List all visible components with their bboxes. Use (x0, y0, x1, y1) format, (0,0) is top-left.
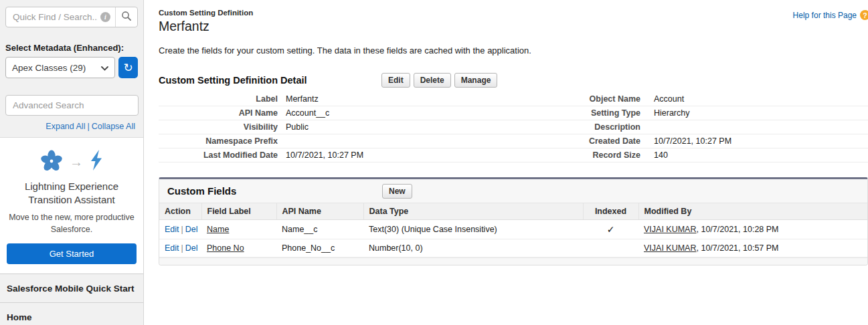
detail-label: Created Date (509, 136, 640, 146)
detail-value: 140 (640, 150, 868, 160)
lx-title-line1: Lightning Experience (7, 180, 137, 193)
detail-label: Record Size (509, 150, 640, 160)
info-icon: i (100, 12, 110, 22)
manage-button[interactable]: Manage (454, 73, 498, 88)
metadata-select[interactable]: Apex Classes (29) (5, 57, 115, 78)
col-action: Action (159, 203, 201, 220)
lightning-transition-panel: → Lightning Experience Transition Assist… (0, 137, 143, 274)
data-type-cell: Number(10, 0) (363, 239, 583, 257)
detail-value: 10/7/2021, 10:27 PM (640, 136, 868, 146)
row-del-link[interactable]: Del (185, 225, 198, 234)
advanced-search-input[interactable] (5, 95, 139, 116)
detail-value: Hierarchy (640, 108, 868, 118)
col-api-name: API Name (276, 203, 363, 220)
col-indexed: Indexed (583, 203, 638, 220)
api-name-cell: Phone_No__c (276, 239, 363, 257)
field-label-link[interactable]: Name (207, 225, 229, 234)
help-icon[interactable]: ? (860, 10, 868, 20)
detail-label: Description (509, 122, 640, 132)
main-content: Custom Setting Definition Merfantz Help … (145, 0, 868, 325)
col-modified-by: Modified By (638, 203, 867, 220)
detail-row: API Name Account__c Setting Type Hierarc… (159, 106, 868, 120)
detail-label: Last Modified Date (159, 150, 278, 160)
links-separator: | (85, 122, 91, 131)
lightning-bolt-icon (89, 150, 104, 174)
custom-fields-panel: Custom Fields New Action Field Label API… (159, 177, 868, 265)
detail-row: Last Modified Date 10/7/2021, 10:27 PM R… (159, 148, 868, 162)
detail-value: Account (640, 94, 868, 104)
search-button[interactable] (115, 7, 137, 27)
collapse-all-link[interactable]: Collapse All (92, 122, 135, 131)
modified-by-user-link[interactable]: VIJAI KUMAR (644, 243, 697, 253)
edit-button[interactable]: Edit (381, 73, 410, 88)
lx-subtitle: Move to the new, more productive Salesfo… (7, 211, 137, 235)
table-row: Edit|Del Name Name__c Text(30) (Unique C… (159, 220, 867, 239)
modified-by-date: , 10/7/2021, 10:57 PM (697, 243, 779, 253)
modified-by-date: , 10/7/2021, 10:28 PM (697, 225, 779, 234)
detail-value: 10/7/2021, 10:27 PM (278, 150, 509, 160)
detail-table: Label Merfantz Object Name Account API N… (159, 92, 868, 162)
detail-label: API Name (159, 108, 278, 118)
detail-label: Label (159, 94, 278, 104)
action-separator: | (179, 225, 185, 234)
data-type-cell: Text(30) (Unique Case Insensitive) (363, 220, 583, 239)
row-edit-link[interactable]: Edit (165, 225, 179, 234)
page-title: Merfantz (159, 19, 868, 34)
detail-value: Merfantz (278, 94, 509, 104)
detail-row: Visibility Public Description (159, 120, 868, 134)
custom-fields-table: Action Field Label API Name Data Type In… (159, 203, 867, 257)
sidebar-item-home[interactable]: Home (0, 303, 143, 325)
col-data-type: Data Type (363, 203, 583, 220)
custom-fields-title: Custom Fields (167, 185, 236, 197)
delete-button[interactable]: Delete (414, 73, 451, 88)
quick-find-input[interactable] (6, 12, 100, 22)
panel-footer (159, 257, 867, 265)
refresh-icon: ↻ (123, 62, 133, 74)
page-description: Create the fields for your custom settin… (159, 45, 868, 56)
modified-by-user-link[interactable]: VIJAI KUMAR (644, 225, 697, 234)
indexed-check-icon: ✓ (607, 224, 615, 235)
row-edit-link[interactable]: Edit (165, 243, 179, 253)
chevron-down-icon (101, 63, 108, 73)
search-icon (121, 11, 132, 24)
detail-row: Namespace Prefix Created Date 10/7/2021,… (159, 134, 868, 148)
detail-row: Label Merfantz Object Name Account (159, 92, 868, 106)
select-metadata-label: Select Metadata (Enhanced): (5, 43, 138, 53)
detail-value: Public (278, 122, 509, 132)
detail-label: Visibility (159, 122, 278, 132)
action-separator: | (179, 243, 185, 253)
detail-section-title: Custom Setting Definition Detail (159, 75, 307, 86)
new-field-button[interactable]: New (382, 184, 412, 199)
classic-clover-icon (39, 148, 64, 175)
lx-title-line2: Transition Assistant (7, 193, 137, 207)
expand-all-link[interactable]: Expand All (46, 122, 85, 131)
quick-find-search-box[interactable]: i (5, 7, 138, 27)
table-row: Edit|Del Phone No Phone_No__c Number(10,… (159, 239, 867, 257)
metadata-selected-value: Apex Classes (29) (12, 63, 86, 73)
detail-value: Account__c (278, 108, 509, 118)
sidebar-item-mobile-quick-start[interactable]: Salesforce Mobile Quick Start (0, 274, 143, 303)
row-del-link[interactable]: Del (185, 243, 198, 253)
arrow-right-icon: → (70, 154, 83, 170)
col-field-label: Field Label (201, 203, 276, 220)
detail-label: Setting Type (509, 108, 640, 118)
detail-label: Object Name (509, 94, 640, 104)
get-started-button[interactable]: Get Started (7, 243, 137, 264)
breadcrumb: Custom Setting Definition (159, 9, 868, 17)
setup-sidebar: i Select Metadata (Enhanced): Apex Class… (0, 0, 144, 325)
table-header-row: Action Field Label API Name Data Type In… (159, 203, 867, 220)
field-label-link[interactable]: Phone No (207, 243, 244, 253)
api-name-cell: Name__c (276, 220, 363, 239)
tree-expand-links: Expand All|Collapse All (0, 122, 135, 131)
help-for-this-page-link[interactable]: Help for this Page (793, 11, 857, 20)
refresh-metadata-button[interactable]: ↻ (118, 57, 138, 78)
detail-label: Namespace Prefix (159, 136, 278, 146)
